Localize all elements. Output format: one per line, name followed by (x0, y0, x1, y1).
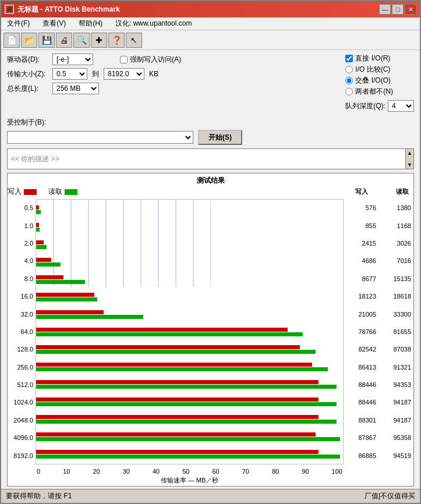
menu-view[interactable]: 查看(V) (39, 17, 69, 30)
direct-io-checkbox[interactable] (345, 55, 353, 62)
controlled-label: 受控制于(B): (7, 118, 46, 127)
write-bar (36, 363, 312, 367)
menu-file[interactable]: 文件(F) (3, 17, 33, 30)
x-axis-label: 40 (153, 468, 160, 475)
read-value: 94187 (382, 399, 411, 406)
x-axis-label: 70 (242, 468, 249, 475)
bar-pair (36, 432, 343, 442)
chart-bars-area (36, 199, 344, 464)
read-value: 7016 (382, 257, 411, 264)
controlled-select[interactable] (7, 131, 193, 144)
overlap-io-radio-label[interactable]: 交叠 I/O(O) (345, 76, 414, 86)
print-button[interactable]: 🖨 (56, 33, 72, 48)
pointer-button[interactable]: ↖ (126, 33, 142, 48)
write-value: 88301 (347, 417, 376, 424)
neither-radio[interactable] (345, 88, 353, 95)
force-write-checkbox[interactable] (120, 56, 128, 63)
queue-depth-select[interactable]: 4 (388, 100, 414, 112)
read-value: 91321 (382, 364, 411, 371)
bar-pair (36, 379, 343, 389)
neither-radio-label[interactable]: 两者都不(N) (345, 87, 414, 97)
write-value: 4686 (347, 257, 376, 264)
read-bar (36, 455, 340, 459)
save-button[interactable]: 💾 (38, 33, 55, 48)
read-bar (36, 228, 40, 232)
add-button[interactable]: ✚ (91, 33, 107, 48)
read-bar (36, 297, 97, 301)
direct-io-radio-label[interactable]: 直接 I/O(R) (345, 54, 414, 63)
read-value: 33300 (382, 311, 411, 318)
total-length-select[interactable]: 256 MB (52, 83, 99, 94)
maximize-button[interactable]: □ (392, 4, 404, 15)
legend-write: 写入 (8, 187, 37, 197)
x-axis-title-text: 传输速率 — MB／秒 (33, 476, 346, 485)
minimize-button[interactable]: — (379, 4, 391, 15)
queue-depth-row: 队列深度(Q): 4 (345, 100, 414, 112)
value-pair: 46867016 (347, 257, 411, 264)
menu-help[interactable]: 帮助(H) (75, 17, 106, 30)
read-value: 3026 (382, 240, 411, 247)
value-pair: 8830194187 (347, 417, 411, 424)
x-axis-labels: 0102030405060708090100 (36, 468, 344, 475)
chart-row-label: 512.0 (10, 381, 33, 388)
description-scrollbar[interactable]: ▲ ▼ (405, 149, 413, 169)
x-axis-spacer (10, 468, 36, 475)
write-bar (36, 415, 319, 419)
start-button[interactable]: 开始(S) (198, 130, 242, 145)
chart-values-right: 5761380855116824153026468670168677151351… (344, 199, 411, 464)
zoom-button[interactable]: 🔍 (73, 33, 90, 48)
overlap-io-radio[interactable] (345, 77, 353, 84)
bar-pair (36, 362, 343, 372)
chart-row-label: 128.0 (10, 346, 33, 353)
help-button[interactable]: ❓ (108, 33, 125, 48)
scroll-down-arrow[interactable]: ▼ (407, 162, 412, 168)
transfer-to-select[interactable]: 8192.0 (104, 68, 144, 80)
description-box[interactable]: << 你的描述 >> ▲ ▼ (7, 148, 414, 169)
chart-row-label: 8.0 (10, 275, 33, 282)
value-pair: 8254287038 (347, 346, 411, 353)
drive-label: 驱动器(D): (7, 55, 48, 65)
write-bar (36, 397, 319, 402)
window-controls: — □ ✕ (379, 4, 416, 15)
transfer-from-select[interactable]: 0.5 (52, 68, 87, 80)
read-value: 94519 (382, 452, 411, 459)
chart-area: 测试结果 写入 读取 写入 读取 0.51.02.04.08.016.032.0… (7, 173, 414, 487)
chart-row-label: 1.0 (10, 222, 33, 229)
scroll-up-arrow[interactable]: ▲ (407, 150, 412, 156)
bar-pair (36, 275, 343, 285)
force-write-checkbox-label[interactable]: 强制写入访问(A) (120, 55, 181, 65)
value-pair: 2100533300 (347, 311, 411, 318)
read-bar (36, 332, 303, 336)
x-axis-label: 60 (212, 468, 219, 475)
bar-pair (36, 240, 343, 250)
value-pair: 867715135 (347, 275, 411, 282)
write-bar (36, 240, 44, 244)
open-button[interactable]: 📂 (21, 33, 37, 48)
new-button[interactable]: 📄 (3, 33, 20, 48)
toolbar: 📄 📂 💾 🖨 🔍 ✚ ❓ ↖ (1, 30, 420, 50)
chart-row-label: 8192.0 (10, 452, 33, 459)
chart-row-label: 64.0 (10, 328, 33, 335)
x-axis-label: 10 (63, 468, 70, 475)
io-compare-radio-label[interactable]: I/O 比较(C) (345, 65, 414, 74)
read-bar (36, 350, 316, 354)
x-axis-title-spacer (8, 476, 33, 485)
drive-row: 驱动器(D): [-e-] 强制写入访问(A) (7, 54, 334, 65)
io-compare-radio[interactable] (345, 66, 353, 73)
write-bar (36, 345, 300, 349)
x-axis-label: 20 (93, 468, 100, 475)
x-axis-title-row: 传输速率 — MB／秒 (8, 475, 413, 486)
value-pair: 1812318618 (347, 293, 411, 300)
bar-pair (36, 414, 343, 424)
params-area: 驱动器(D): [-e-] 强制写入访问(A) 传输大小(Z): 0.5 (1, 50, 420, 115)
write-value: 87867 (347, 434, 376, 441)
write-bar (36, 328, 288, 332)
read-value: 94187 (382, 417, 411, 424)
drive-select[interactable]: [-e-] (52, 54, 93, 65)
read-value: 95358 (382, 434, 411, 441)
read-value: 87038 (382, 346, 411, 353)
close-button[interactable]: ✕ (405, 4, 416, 15)
value-pair: 7876681655 (347, 328, 411, 335)
bar-pair (36, 222, 343, 232)
write-value: 21005 (347, 311, 376, 318)
